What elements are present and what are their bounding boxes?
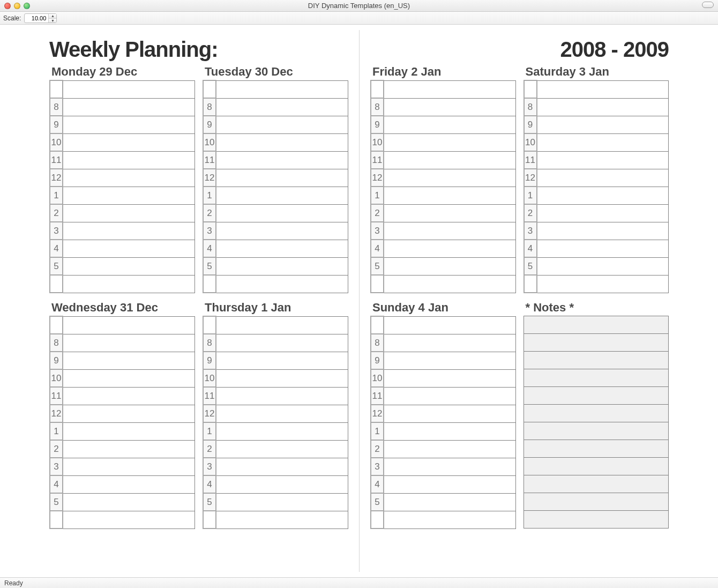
hour-slot-cell[interactable] [216, 369, 348, 387]
hour-slot-cell[interactable] [384, 257, 515, 275]
hour-slot-cell[interactable] [384, 475, 515, 493]
notes-row[interactable] [523, 511, 669, 529]
close-window-button[interactable] [4, 3, 11, 9]
hour-slot-cell[interactable] [216, 98, 348, 116]
hour-slot-cell[interactable] [537, 222, 669, 240]
hour-slot-cell[interactable] [537, 80, 669, 98]
hour-slot-cell[interactable] [63, 369, 195, 387]
hour-slot-cell[interactable] [384, 187, 515, 204]
hour-slot-cell[interactable] [63, 151, 195, 169]
hour-slot-cell[interactable] [384, 316, 515, 334]
hour-slot-cell[interactable] [537, 240, 669, 257]
scale-input[interactable] [25, 14, 48, 23]
hour-slot-cell[interactable] [216, 405, 348, 422]
hour-slot-cell[interactable] [537, 169, 669, 187]
hour-slot-cell[interactable] [537, 151, 669, 169]
hour-slot-cell[interactable] [63, 116, 195, 133]
hour-slot-cell[interactable] [216, 169, 348, 187]
hour-slot-cell[interactable] [216, 151, 348, 169]
hour-slot-cell[interactable] [216, 240, 348, 257]
hour-slot-cell[interactable] [537, 275, 669, 293]
hour-slot-cell[interactable] [384, 169, 515, 187]
notes-row[interactable] [523, 352, 669, 369]
hour-slot-cell[interactable] [384, 204, 515, 222]
hour-slot-cell[interactable] [216, 80, 348, 98]
hour-slot-cell[interactable] [216, 493, 348, 511]
hour-slot-cell[interactable] [216, 257, 348, 275]
hour-slot-cell[interactable] [63, 169, 195, 187]
hour-slot-cell[interactable] [63, 458, 195, 475]
minimize-window-button[interactable] [14, 3, 20, 9]
notes-row[interactable] [523, 475, 669, 493]
hour-slot-cell[interactable] [384, 493, 515, 511]
hour-slot-cell[interactable] [384, 133, 515, 151]
hour-slot-cell[interactable] [63, 422, 195, 440]
hour-slot-cell[interactable] [63, 440, 195, 458]
hour-slot-cell[interactable] [216, 222, 348, 240]
hour-slot-cell[interactable] [63, 352, 195, 369]
zoom-window-button[interactable] [24, 3, 30, 9]
hour-slot-cell[interactable] [63, 187, 195, 204]
hour-slot-cell[interactable] [216, 334, 348, 352]
hour-slot-cell[interactable] [537, 257, 669, 275]
hour-slot-cell[interactable] [216, 387, 348, 405]
hour-slot-cell[interactable] [216, 440, 348, 458]
hour-slot-cell[interactable] [63, 222, 195, 240]
hour-slot-cell[interactable] [63, 275, 195, 293]
document-viewport[interactable]: Weekly Planning: Monday 29 Dec8910111212… [0, 25, 718, 577]
hour-slot-cell[interactable] [537, 187, 669, 204]
scale-step-up[interactable]: ▲ [49, 14, 56, 18]
notes-row[interactable] [523, 422, 669, 440]
hour-slot-cell[interactable] [384, 151, 515, 169]
hour-slot-cell[interactable] [384, 116, 515, 133]
hour-slot-cell[interactable] [537, 98, 669, 116]
hour-slot-cell[interactable] [384, 98, 515, 116]
hour-slot-cell[interactable] [63, 511, 195, 529]
notes-row[interactable] [523, 387, 669, 405]
notes-row[interactable] [523, 369, 669, 387]
notes-row[interactable] [523, 316, 669, 334]
notes-row[interactable] [523, 405, 669, 422]
hour-slot-cell[interactable] [63, 98, 195, 116]
hour-slot-cell[interactable] [384, 458, 515, 475]
notes-row[interactable] [523, 334, 669, 352]
hour-slot-cell[interactable] [216, 422, 348, 440]
hour-slot-cell[interactable] [216, 316, 348, 334]
hour-slot-cell[interactable] [216, 133, 348, 151]
hour-slot-cell[interactable] [384, 275, 515, 293]
notes-row[interactable] [523, 458, 669, 475]
hour-slot-cell[interactable] [63, 387, 195, 405]
hour-slot-cell[interactable] [384, 440, 515, 458]
hour-slot-cell[interactable] [63, 405, 195, 422]
hour-slot-cell[interactable] [63, 475, 195, 493]
notes-row[interactable] [523, 493, 669, 511]
hour-slot-cell[interactable] [216, 352, 348, 369]
toolbar-toggle-pill[interactable] [702, 2, 714, 8]
hour-slot-cell[interactable] [63, 334, 195, 352]
hour-slot-cell[interactable] [537, 204, 669, 222]
scale-step-down[interactable]: ▼ [49, 18, 56, 23]
hour-slot-cell[interactable] [63, 316, 195, 334]
hour-slot-cell[interactable] [384, 387, 515, 405]
hour-slot-cell[interactable] [63, 133, 195, 151]
hour-slot-cell[interactable] [63, 257, 195, 275]
hour-slot-cell[interactable] [216, 275, 348, 293]
hour-slot-cell[interactable] [384, 222, 515, 240]
notes-row[interactable] [523, 440, 669, 458]
scale-stepper[interactable]: ▲ ▼ [24, 13, 57, 23]
hour-slot-cell[interactable] [537, 133, 669, 151]
hour-slot-cell[interactable] [63, 204, 195, 222]
hour-slot-cell[interactable] [384, 369, 515, 387]
hour-slot-cell[interactable] [216, 187, 348, 204]
hour-slot-cell[interactable] [537, 116, 669, 133]
hour-slot-cell[interactable] [216, 511, 348, 529]
hour-slot-cell[interactable] [384, 240, 515, 257]
hour-slot-cell[interactable] [384, 334, 515, 352]
hour-slot-cell[interactable] [384, 511, 515, 529]
hour-slot-cell[interactable] [216, 475, 348, 493]
hour-slot-cell[interactable] [384, 422, 515, 440]
hour-slot-cell[interactable] [63, 240, 195, 257]
hour-slot-cell[interactable] [216, 458, 348, 475]
hour-slot-cell[interactable] [384, 405, 515, 422]
hour-slot-cell[interactable] [63, 80, 195, 98]
